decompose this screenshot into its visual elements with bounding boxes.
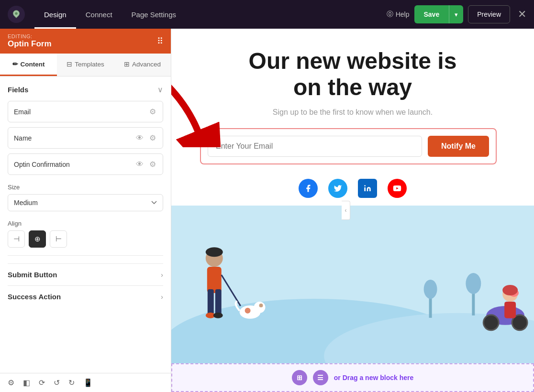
field-optin-icons: 👁 ⚙ bbox=[135, 159, 157, 170]
align-center-button[interactable]: ⊕ bbox=[29, 230, 46, 248]
help-button[interactable]: ⓪ Help bbox=[387, 10, 410, 19]
drag-bar-rows-icon: ☰ bbox=[313, 370, 328, 385]
svg-point-11 bbox=[206, 247, 223, 257]
field-optin-label: Optin Confirmation bbox=[14, 161, 135, 168]
submit-button-arrow-icon: › bbox=[161, 271, 163, 279]
success-action-title: Success Action bbox=[8, 293, 61, 301]
svg-point-28 bbox=[502, 285, 518, 295]
sidebar-tabs: ✏ Content ⊟ Templates ⊞ Advanced bbox=[0, 54, 171, 76]
sidebar-content: Fields ∨ Email ⚙ Name 👁 ⚙ Optin Con bbox=[0, 76, 171, 373]
svg-point-7 bbox=[424, 280, 437, 299]
refresh-icon[interactable]: ↻ bbox=[68, 378, 75, 387]
sidebar-footer: ⚙ ◧ ⟳ ↺ ↻ 📱 bbox=[0, 373, 171, 392]
linkedin-icon[interactable] bbox=[358, 179, 377, 198]
align-right-button[interactable]: ⊢ bbox=[50, 230, 67, 248]
grid-icon[interactable]: ⠿ bbox=[157, 36, 164, 46]
svg-rect-14 bbox=[215, 289, 222, 316]
svg-rect-12 bbox=[207, 267, 222, 293]
nav-tabs: Design Connect Page Settings bbox=[34, 0, 387, 29]
illustration-svg bbox=[171, 206, 534, 363]
footer-icons: ⚙ ◧ ⟳ ↺ ↻ 📱 bbox=[8, 378, 93, 387]
save-button[interactable]: Save bbox=[414, 5, 449, 23]
facebook-icon[interactable] bbox=[299, 179, 318, 198]
editing-label: EDITING: bbox=[8, 33, 52, 39]
divider-1 bbox=[8, 255, 163, 256]
nav-tab-page-settings[interactable]: Page Settings bbox=[122, 0, 186, 29]
svg-point-19 bbox=[254, 302, 266, 313]
optin-form-wrapper: Notify Me bbox=[200, 128, 505, 179]
size-select[interactable]: Small Medium Large bbox=[8, 194, 163, 211]
field-name-visibility-button[interactable]: 👁 bbox=[135, 133, 145, 143]
pencil-icon: ✏ bbox=[12, 60, 18, 68]
svg-point-23 bbox=[483, 315, 499, 330]
field-email-icons: ⚙ bbox=[148, 106, 157, 117]
chevron-down-icon: ▾ bbox=[455, 11, 458, 18]
nav-tab-design[interactable]: Design bbox=[34, 0, 76, 29]
field-email-label: Email bbox=[14, 108, 148, 116]
drag-bar-grid-icon: ⊞ bbox=[292, 370, 307, 385]
svg-rect-13 bbox=[208, 289, 214, 316]
fields-chevron-icon[interactable]: ∨ bbox=[157, 85, 163, 94]
mobile-icon[interactable]: 📱 bbox=[83, 378, 93, 387]
email-input[interactable] bbox=[208, 136, 422, 157]
field-name-icons: 👁 ⚙ bbox=[135, 132, 157, 143]
close-button[interactable]: ✕ bbox=[518, 9, 526, 20]
svg-point-9 bbox=[466, 273, 481, 294]
field-item-name[interactable]: Name 👁 ⚙ bbox=[8, 127, 163, 149]
preview-button[interactable]: Preview bbox=[468, 5, 510, 23]
page-heading: Our new website ison the way bbox=[249, 48, 457, 100]
field-name-label: Name bbox=[14, 134, 135, 142]
field-optin-visibility-button[interactable]: 👁 bbox=[135, 159, 145, 170]
success-action-section[interactable]: Success Action › bbox=[8, 285, 163, 307]
main-layout: EDITING: Optin Form ⠿ ✏ Content ⊟ Templa… bbox=[0, 29, 534, 392]
tab-content[interactable]: ✏ Content bbox=[0, 54, 57, 76]
submit-button-section[interactable]: Submit Button › bbox=[8, 263, 163, 285]
align-section: Align ⊣ ⊕ ⊢ bbox=[8, 220, 163, 248]
drag-bar[interactable]: ⊞ ☰ or Drag a new block here bbox=[171, 363, 534, 392]
save-button-group: Save ▾ bbox=[414, 5, 464, 23]
align-buttons: ⊣ ⊕ ⊢ bbox=[8, 230, 163, 248]
sidebar: EDITING: Optin Form ⠿ ✏ Content ⊟ Templa… bbox=[0, 29, 171, 392]
help-circle-icon: ⓪ bbox=[387, 10, 393, 19]
twitter-icon[interactable] bbox=[328, 179, 347, 198]
field-email-settings-button[interactable]: ⚙ bbox=[148, 106, 157, 117]
field-item-optin[interactable]: Optin Confirmation 👁 ⚙ bbox=[8, 153, 163, 175]
submit-button-title: Submit Button bbox=[8, 271, 57, 279]
help-label: Help bbox=[396, 11, 410, 18]
svg-point-16 bbox=[213, 313, 223, 318]
notify-me-button[interactable]: Notify Me bbox=[428, 136, 489, 157]
align-left-button[interactable]: ⊣ bbox=[8, 230, 25, 248]
editing-title: Optin Form bbox=[8, 39, 52, 49]
youtube-icon[interactable] bbox=[388, 179, 407, 198]
app-logo bbox=[8, 6, 25, 23]
tab-templates[interactable]: ⊟ Templates bbox=[57, 54, 114, 76]
history-back-icon[interactable]: ⟳ bbox=[39, 378, 45, 387]
advanced-icon: ⊞ bbox=[124, 60, 130, 68]
page-content: Our new website ison the way Sign up to … bbox=[171, 29, 534, 206]
nav-tab-connect[interactable]: Connect bbox=[76, 0, 122, 29]
layers-icon[interactable]: ◧ bbox=[23, 378, 30, 387]
fields-section-title: Fields bbox=[8, 86, 28, 94]
settings-icon[interactable]: ⚙ bbox=[8, 378, 14, 387]
drag-bar-text: or Drag a new block here bbox=[334, 374, 414, 381]
collapse-sidebar-button[interactable]: ‹ bbox=[342, 201, 350, 220]
top-navigation: Design Connect Page Settings ⓪ Help Save… bbox=[0, 0, 534, 29]
svg-rect-26 bbox=[504, 302, 516, 318]
template-icon: ⊟ bbox=[67, 60, 72, 68]
tab-content-label: Content bbox=[21, 61, 45, 68]
size-label: Size bbox=[8, 184, 163, 191]
success-action-arrow-icon: › bbox=[161, 293, 163, 301]
tab-advanced[interactable]: ⊞ Advanced bbox=[114, 54, 171, 76]
field-item-email[interactable]: Email ⚙ bbox=[8, 101, 163, 122]
svg-point-20 bbox=[259, 304, 263, 307]
align-label: Align bbox=[8, 220, 163, 227]
optin-form[interactable]: Notify Me bbox=[200, 128, 497, 164]
page-subtext: Sign up to be the first to know when we … bbox=[273, 108, 433, 117]
field-name-settings-button[interactable]: ⚙ bbox=[148, 132, 157, 143]
nav-right-actions: ⓪ Help Save ▾ Preview ✕ bbox=[387, 5, 526, 23]
rotate-left-icon[interactable]: ↺ bbox=[54, 378, 60, 387]
field-optin-settings-button[interactable]: ⚙ bbox=[148, 159, 157, 170]
save-dropdown-button[interactable]: ▾ bbox=[449, 5, 463, 23]
svg-point-21 bbox=[245, 308, 251, 314]
social-icons bbox=[299, 179, 407, 198]
